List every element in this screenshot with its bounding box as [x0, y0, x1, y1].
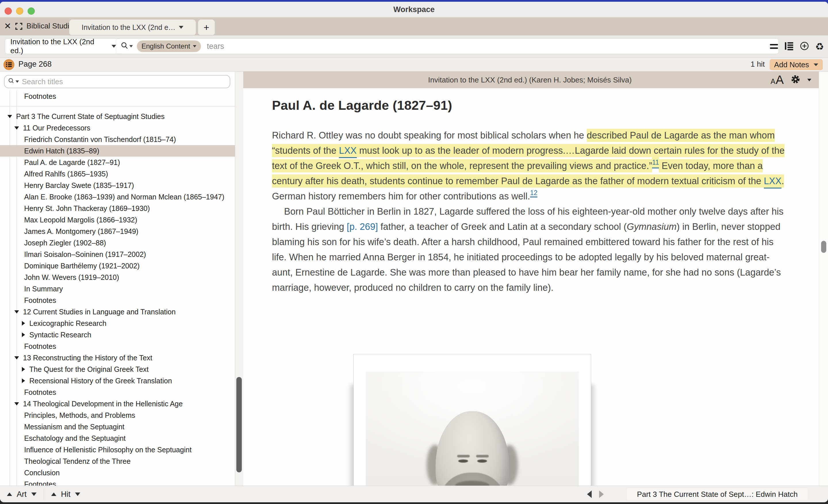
toc-item-label: Dominique Barthélemy (1921–2002)	[24, 262, 140, 270]
caret-right-icon[interactable]	[22, 332, 25, 337]
outline-indent-icon[interactable]	[784, 42, 793, 51]
caret-down-icon[interactable]	[14, 356, 19, 360]
chevron-down-icon[interactable]	[814, 63, 818, 66]
toc-item[interactable]: James A. Montgomery (1867–1949)	[0, 226, 235, 237]
toc-item[interactable]: The Quest for the Original Greek Text	[0, 364, 235, 375]
toc-item[interactable]: Alan E. Brooke (1863–1939) and Norman Mc…	[0, 191, 235, 202]
toc-item[interactable]: Syntactic Research	[0, 329, 235, 340]
caret-right-icon[interactable]	[22, 321, 25, 326]
toc-item[interactable]: Principles, Methods, and Problems	[0, 409, 235, 421]
inline-link[interactable]: [p. 269]	[347, 222, 378, 232]
new-tab-button[interactable]: +	[198, 19, 215, 35]
toc-item[interactable]: Henry Barclay Swete (1835–1917)	[0, 180, 235, 191]
toc-scrollbar[interactable]	[235, 72, 243, 486]
chevron-down-icon[interactable]	[129, 45, 133, 47]
caret-right-icon[interactable]	[22, 378, 25, 383]
forward-arrow-icon[interactable]	[599, 491, 604, 498]
search-icon[interactable]	[121, 42, 128, 51]
caret-down-icon[interactable]	[14, 402, 19, 405]
add-circle-icon[interactable]	[800, 41, 809, 52]
resource-selector[interactable]: Invitation to the LXX (2nd ed.)	[5, 39, 121, 54]
portrait-frame[interactable]	[353, 354, 591, 486]
toc-item[interactable]: Ilmari Soisalon–Soininen (1917–2002)	[0, 248, 235, 260]
toc-item[interactable]: Eschatology and the Septuagint	[0, 432, 235, 444]
toc-item[interactable]: 14 Theological Development in the Hellen…	[0, 398, 235, 409]
toc-item[interactable]: 13 Reconstructing the History of the Tex…	[0, 352, 235, 364]
toc-item[interactable]: Messianism and the Septuagint	[0, 421, 235, 432]
search-input[interactable]	[206, 42, 774, 51]
toc-scrollbar-thumb[interactable]	[236, 377, 242, 472]
close-workspace-icon[interactable]: ✕	[4, 21, 11, 31]
toc-item[interactable]: Footnotes	[0, 478, 235, 486]
parallel-resources-icon[interactable]	[770, 42, 778, 51]
toc-item-label: In Summary	[24, 285, 63, 293]
hit-count-label: 1 hit	[751, 58, 765, 71]
gear-icon[interactable]	[791, 75, 800, 85]
toc-item-label: Footnotes	[24, 92, 56, 101]
footnote-ref-link[interactable]: 12	[530, 189, 538, 197]
portrait-figure	[353, 354, 591, 486]
toc-item[interactable]: Paul A. de Lagarde (1827–91)	[0, 156, 235, 168]
toc-item[interactable]: Joseph Ziegler (1902–88)	[0, 237, 235, 248]
toc-item[interactable]: Recensional History of the Greek Transla…	[0, 375, 235, 386]
search-icon	[8, 78, 14, 85]
toc-item[interactable]: Part 3 The Current State of Septuagint S…	[0, 110, 235, 122]
toc-item[interactable]: Henry St. John Thackeray (1869–1930)	[0, 202, 235, 214]
toc-item[interactable]: 11 Our Predecessors	[0, 122, 235, 134]
toc-item[interactable]: Lexicographic Research	[0, 318, 235, 329]
next-hit-icon[interactable]	[75, 493, 80, 496]
desktop: Workspace ✕ Biblical Studies Invitation …	[0, 0, 828, 504]
toc-item[interactable]: John W. Wevers (1919–2010)	[0, 272, 235, 283]
caret-down-icon[interactable]	[14, 310, 19, 314]
reading-pane-scrollbar[interactable]	[819, 72, 828, 486]
toc-item[interactable]: Friedrich Constantin von Tischendorf (18…	[0, 134, 235, 145]
chevron-down-icon[interactable]	[15, 81, 19, 83]
toc-item[interactable]: Max Leopold Margolis (1866–1932)	[0, 214, 235, 226]
chevron-down-icon[interactable]	[179, 26, 183, 29]
search-scope-pill[interactable]: English Content	[137, 41, 201, 52]
text-segment: ) in Berlin, never stopped blaming his s…	[272, 222, 781, 293]
toc-item[interactable]: 12 Current Studies in Language and Trans…	[0, 306, 235, 318]
search-bar[interactable]: English Content	[116, 39, 779, 54]
inline-link[interactable]: LXX	[764, 174, 781, 188]
text-size-icon[interactable]: AA	[771, 73, 784, 87]
caret-down-icon[interactable]	[7, 115, 12, 118]
breadcrumb[interactable]: Part 3 The Current State of Sept…: Edwin…	[627, 488, 808, 500]
chevron-down-icon[interactable]	[807, 79, 811, 81]
next-article-icon[interactable]	[31, 493, 37, 496]
add-notes-button[interactable]: Add Notes	[770, 59, 823, 70]
toc-item[interactable]: Footnotes	[0, 91, 235, 102]
reader-header-icons: AA	[771, 73, 819, 87]
toc-item[interactable]: Footnotes	[0, 340, 235, 352]
footnote-ref-link[interactable]: 11	[652, 157, 659, 168]
toc-item[interactable]: Dominique Barthélemy (1921–2002)	[0, 260, 235, 272]
text-segment: .	[781, 174, 784, 188]
page-number-label: Page 268	[18, 58, 52, 71]
tab-invitation-lxx[interactable]: Invitation to the LXX (2nd e…	[69, 19, 196, 35]
expand-icon[interactable]	[15, 22, 23, 31]
toc-item[interactable]: Footnotes	[0, 294, 235, 306]
toc-item[interactable]: Theological Tendenz of the Three	[0, 455, 235, 467]
reading-pane-header: Invitation to the LXX (2nd ed.) (Karen H…	[243, 72, 819, 88]
table-of-contents-icon[interactable]	[3, 59, 14, 70]
toc-search-input[interactable]	[21, 77, 226, 87]
toc-item[interactable]: In Summary	[0, 283, 235, 294]
toc-item-label: Lexicographic Research	[29, 319, 107, 328]
back-arrow-icon[interactable]	[587, 491, 592, 498]
toc-item[interactable]: Footnotes	[0, 386, 235, 398]
toc-item[interactable]: Edwin Hatch (1835–89)	[0, 145, 235, 156]
previous-hit-icon[interactable]	[51, 493, 56, 496]
toc-search-box[interactable]	[4, 75, 230, 88]
toc-item-label: Influence of Hellenistic Philosophy on t…	[24, 446, 192, 454]
toc-item-label: The Quest for the Original Greek Text	[29, 365, 149, 373]
toc-item[interactable]: Alfred Rahlfs (1865–1935)	[0, 168, 235, 180]
caret-down-icon[interactable]	[14, 127, 19, 130]
toc-item[interactable]: Conclusion	[0, 467, 235, 478]
previous-article-icon[interactable]	[7, 493, 12, 496]
toc-item[interactable]: Influence of Hellenistic Philosophy on t…	[0, 444, 235, 455]
inline-link[interactable]: LXX	[339, 144, 357, 158]
resource-selector-label: Invitation to the LXX (2nd ed.)	[10, 37, 108, 55]
recycle-sync-icon[interactable]: ♻	[815, 42, 824, 51]
reading-pane-scrollbar-thumb[interactable]	[821, 241, 826, 253]
caret-right-icon[interactable]	[22, 367, 25, 371]
